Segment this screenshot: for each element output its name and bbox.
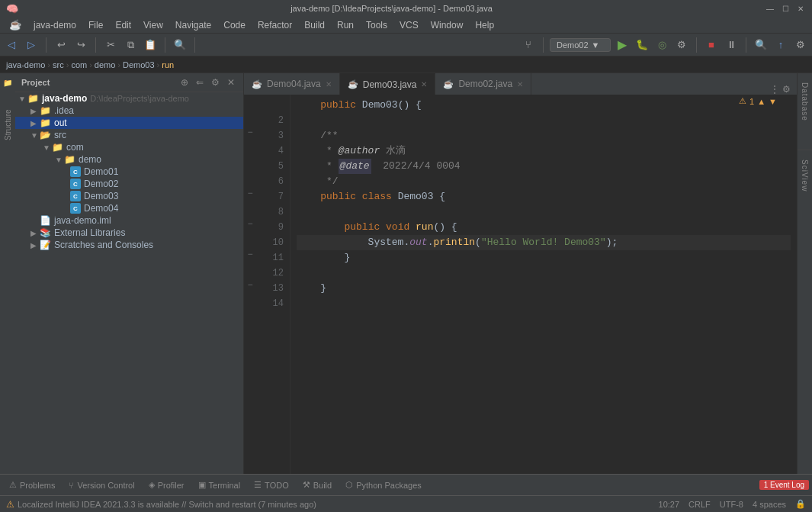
collapse-all-icon[interactable]: ⇐ xyxy=(194,76,206,89)
tree-out[interactable]: ▶ 📁 out xyxy=(15,117,243,129)
gutter-7[interactable]: − xyxy=(244,186,256,201)
sciview-label[interactable]: SciView xyxy=(801,153,809,198)
line-ending[interactable]: CRLF xyxy=(688,500,711,509)
menu-item-tools[interactable]: Tools xyxy=(360,18,393,32)
bottom-tab-build[interactable]: ⚒ Build xyxy=(297,478,338,492)
forward-button[interactable]: ▷ xyxy=(23,37,40,53)
add-icon[interactable]: ⊕ xyxy=(178,76,191,89)
minimize-button[interactable]: — xyxy=(765,3,775,14)
bc-run[interactable]: run xyxy=(162,60,174,69)
warning-nav-down[interactable]: ▼ xyxy=(769,97,777,106)
bc-project[interactable]: java-demo xyxy=(6,60,45,69)
gutter-11[interactable]: − xyxy=(244,247,256,262)
code-line-8 xyxy=(297,204,791,220)
database-label[interactable]: Database xyxy=(801,76,809,127)
demo02-tab-close[interactable]: ✕ xyxy=(517,80,523,89)
tree-src[interactable]: ▼ 📂 src xyxy=(15,129,243,141)
indent[interactable]: 4 spaces xyxy=(753,500,786,509)
tree-demo02[interactable]: C Demo02 xyxy=(15,178,243,190)
bottom-tab-python-packages[interactable]: ⬡ Python Packages xyxy=(339,478,428,492)
demo04-tab-close[interactable]: ✕ xyxy=(326,80,332,89)
bc-demo03[interactable]: Demo03 xyxy=(123,60,155,69)
stop-button[interactable]: ■ xyxy=(703,37,720,53)
event-log-button[interactable]: 1 Event Log xyxy=(759,480,809,490)
menu-item-refactor[interactable]: Refactor xyxy=(252,18,298,32)
search-button[interactable]: 🔍 xyxy=(753,37,769,53)
debug-button[interactable]: 🐛 xyxy=(634,37,650,53)
undo-button[interactable]: ↩ xyxy=(53,37,69,53)
tree-demo04[interactable]: C Demo04 xyxy=(15,202,243,214)
code-line-14 xyxy=(297,296,791,311)
tab-demo04[interactable]: ☕ Demo04.java ✕ xyxy=(244,73,340,95)
run-with-coverage-button[interactable]: ◎ xyxy=(653,37,670,53)
editor-area: ☕ Demo04.java ✕ ☕ Demo03.java ✕ ☕ Demo02… xyxy=(244,73,797,474)
menu-item-run[interactable]: Run xyxy=(331,18,360,32)
tree-demo01[interactable]: C Demo01 xyxy=(15,166,243,178)
menu-item-edit[interactable]: Edit xyxy=(109,18,137,32)
more-run-options-button[interactable]: ⚙ xyxy=(673,37,690,53)
terminal-label: Terminal xyxy=(209,481,241,490)
tab-demo02[interactable]: ☕ Demo02.java ✕ xyxy=(435,73,531,95)
tree-demo[interactable]: ▼ 📁 demo xyxy=(15,153,243,166)
bottom-tab-profiler[interactable]: ◈ Profiler xyxy=(143,478,191,492)
build-label: Build xyxy=(313,481,332,490)
demo03-tab-close[interactable]: ✕ xyxy=(421,80,427,89)
menu-item-build[interactable]: Build xyxy=(298,18,331,32)
back-button[interactable]: ◁ xyxy=(3,37,20,53)
menu-item-view[interactable]: View xyxy=(137,18,169,32)
tree-demo03[interactable]: C Demo03 xyxy=(15,190,243,202)
menu-item-navigate[interactable]: Navigate xyxy=(169,18,217,32)
menu-item-code[interactable]: Code xyxy=(217,18,252,32)
code-editor[interactable]: − − − − − 2 3 4 xyxy=(244,95,797,474)
tree-idea[interactable]: ▶ 📁 .idea xyxy=(15,105,243,117)
ln-6: 6 xyxy=(256,174,284,189)
tabs-action-more[interactable]: ⋮ xyxy=(770,84,779,95)
tree-scratches[interactable]: ▶ 📝 Scratches and Consoles xyxy=(15,239,243,251)
menu-item-vcs[interactable]: VCS xyxy=(393,18,425,32)
run-config-selector[interactable]: Demo02 ▼ xyxy=(550,38,611,52)
warning-nav-up[interactable]: ▲ xyxy=(757,97,765,106)
close-button[interactable]: ✕ xyxy=(795,3,806,14)
structure-label[interactable]: Structure xyxy=(2,116,14,134)
bc-com[interactable]: com xyxy=(71,60,87,69)
run-button[interactable]: ▶ xyxy=(614,37,631,53)
cursor-position[interactable]: 10:27 xyxy=(659,500,680,509)
bottom-tab-version-control[interactable]: ⑂ Version Control xyxy=(63,478,140,492)
menu-item-help[interactable]: Help xyxy=(469,18,500,32)
search-everywhere-button[interactable]: 🔍 xyxy=(172,37,188,53)
tabs-action-settings[interactable]: ⚙ xyxy=(782,84,791,95)
tree-com[interactable]: ▼ 📁 com xyxy=(15,141,243,153)
toolbar-separator-3 xyxy=(165,37,165,53)
bottom-tab-todo[interactable]: ☰ TODO xyxy=(248,478,295,492)
cut-button[interactable]: ✂ xyxy=(102,37,119,53)
gutter-13[interactable]: − xyxy=(244,278,256,293)
tab-demo03[interactable]: ☕ Demo03.java ✕ xyxy=(340,73,436,95)
gutter-3[interactable]: − xyxy=(244,125,256,140)
bottom-tab-terminal[interactable]: ▣ Terminal xyxy=(192,478,247,492)
tree-external-libs[interactable]: ▶ 📚 External Libraries xyxy=(15,227,243,239)
settings-button[interactable]: ⚙ xyxy=(792,37,809,53)
paste-button[interactable]: 📋 xyxy=(142,37,159,53)
maximize-button[interactable]: ☐ xyxy=(780,3,791,14)
update-button[interactable]: ↑ xyxy=(772,37,789,53)
bc-src[interactable]: src xyxy=(53,60,64,69)
menu-item-window[interactable]: Window xyxy=(425,18,470,32)
bc-demo[interactable]: demo xyxy=(95,60,116,69)
copy-button[interactable]: ⧉ xyxy=(122,37,139,53)
menu-item-java-demo[interactable]: java-demo xyxy=(27,18,82,32)
git-button[interactable]: ⑂ xyxy=(520,37,537,53)
editor-warning[interactable]: ⚠ 1 ▲ ▼ xyxy=(734,95,782,108)
code-content[interactable]: public Demo03() { /** * @author 水滴 * @da… xyxy=(290,95,797,474)
pause-button[interactable]: ⏸ xyxy=(723,37,740,53)
encoding[interactable]: UTF-8 xyxy=(720,500,743,509)
bc-sep-4: › xyxy=(117,60,120,69)
tree-root[interactable]: ▼ 📁 java-demo D:\IdeaProjects\java-demo xyxy=(15,92,243,105)
close-panel-icon[interactable]: ✕ xyxy=(225,76,237,89)
redo-button[interactable]: ↪ xyxy=(72,37,89,53)
settings-panel-icon[interactable]: ⚙ xyxy=(209,76,222,89)
gutter-9[interactable]: − xyxy=(244,217,256,232)
tree-iml[interactable]: 📄 java-demo.iml xyxy=(15,214,243,227)
bottom-tab-problems[interactable]: ⚠ Problems xyxy=(3,478,61,492)
menu-item-file[interactable]: File xyxy=(82,18,109,32)
project-toggle-icon[interactable]: 📁 xyxy=(2,76,14,89)
